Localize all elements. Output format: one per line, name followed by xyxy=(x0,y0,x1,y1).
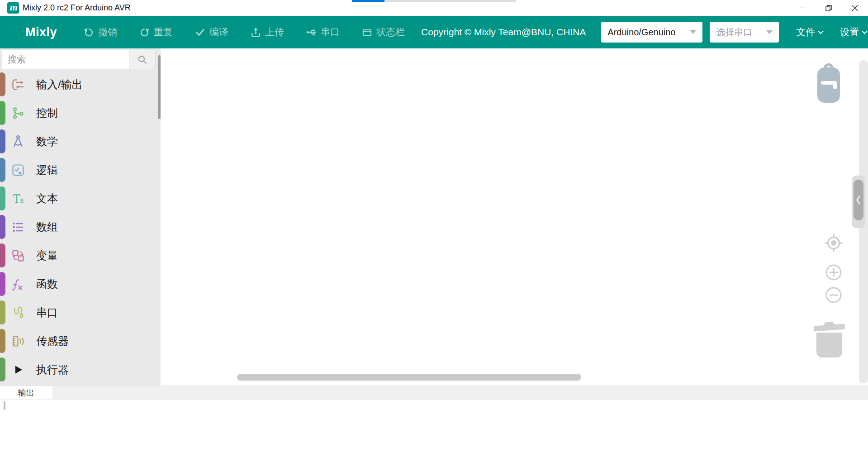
sidebar-item-math[interactable]: 数学 xyxy=(0,127,161,156)
category-label: 串口 xyxy=(36,305,58,320)
close-button[interactable] xyxy=(842,0,868,16)
category-label: 逻辑 xyxy=(36,163,58,177)
category-label: 函数 xyxy=(36,277,58,291)
loading-progress xyxy=(352,0,516,2)
zoom-to-center-button[interactable] xyxy=(824,233,844,253)
sidebar-item-io[interactable]: 输入/输出 xyxy=(0,70,161,99)
zoom-in-icon xyxy=(824,262,844,282)
window-titlebar: m Mixly 2.0 rc2 For Arduino AVR xyxy=(0,0,868,16)
mixly-logo-icon: m xyxy=(7,2,19,14)
copyright-text: Copyright © Mixly Team@BNU, CHINA xyxy=(421,27,586,38)
settings-menu[interactable]: 设置 xyxy=(840,26,868,38)
sidebar-item-control[interactable]: 控制 xyxy=(0,99,161,127)
category-label: 传感器 xyxy=(36,334,69,348)
category-color-bar xyxy=(0,215,5,239)
sidebar-item-variable[interactable]: 变量 xyxy=(0,241,161,270)
category-list: 输入/输出 控制 数学 xyxy=(0,70,161,384)
block-search xyxy=(2,50,156,69)
close-icon xyxy=(852,5,858,11)
toolbar-menu: 撤销 重复 编译 上传 串口 状态栏 xyxy=(83,26,405,38)
category-color-bar xyxy=(0,129,5,153)
zoom-in-button[interactable] xyxy=(824,262,844,282)
zoom-out-button[interactable] xyxy=(824,285,844,305)
upload-icon xyxy=(250,27,261,38)
category-color-bar xyxy=(0,300,5,324)
serial-icon xyxy=(11,305,25,320)
upload-button[interactable]: 上传 xyxy=(250,26,284,38)
tab-output[interactable]: 输出 xyxy=(0,386,52,400)
minimize-button[interactable] xyxy=(789,0,816,16)
board-select[interactable]: Arduino/Genuino xyxy=(601,22,702,43)
undo-icon xyxy=(83,27,95,38)
block-category-sidebar: 输入/输出 控制 数学 xyxy=(0,48,161,386)
serial-monitor-icon xyxy=(306,27,317,38)
control-icon xyxy=(11,106,25,120)
sidebar-item-serial[interactable]: 串口 xyxy=(0,298,161,327)
sidebar-item-sensor[interactable]: 传感器 xyxy=(0,327,161,355)
block-search-input[interactable] xyxy=(2,50,129,69)
category-label: 执行器 xyxy=(36,362,69,377)
category-color-bar xyxy=(0,101,5,125)
category-label: 控制 xyxy=(36,106,58,120)
text-cursor xyxy=(4,401,5,410)
statusbar-button[interactable]: 状态栏 xyxy=(361,26,405,38)
category-color-bar xyxy=(0,357,5,381)
collapse-chevron-icon xyxy=(856,195,861,205)
undo-button[interactable]: 撤销 xyxy=(83,26,117,38)
category-label: 数学 xyxy=(36,134,58,149)
function-icon xyxy=(11,277,25,291)
backpack-icon[interactable] xyxy=(814,62,843,104)
sensor-icon xyxy=(11,334,25,348)
io-icon xyxy=(11,77,25,92)
caret-down-icon xyxy=(690,30,696,34)
category-color-bar xyxy=(0,158,5,182)
loading-progress-fill xyxy=(352,0,384,2)
redo-icon xyxy=(139,27,150,38)
chevron-down-icon xyxy=(862,30,868,34)
sidebar-item-text[interactable]: 文本 xyxy=(0,184,161,213)
array-icon xyxy=(11,220,25,234)
actuator-icon xyxy=(11,362,25,377)
main-toolbar: Mixly 撤销 重复 编译 上传 串口 xyxy=(0,16,868,48)
text-icon xyxy=(11,191,25,206)
sidebar-item-actuator[interactable]: 执行器 xyxy=(0,355,161,384)
category-color-bar xyxy=(0,329,5,353)
trash-icon[interactable] xyxy=(812,320,847,360)
sidebar-item-logic[interactable]: 逻辑 xyxy=(0,156,161,184)
port-select[interactable]: 选择串口 xyxy=(710,22,779,43)
zoom-to-center-icon xyxy=(824,233,844,253)
chevron-down-icon xyxy=(818,30,824,34)
search-icon xyxy=(137,54,148,66)
code-panel-handle[interactable] xyxy=(852,176,865,228)
zoom-out-icon xyxy=(824,285,844,305)
restore-button[interactable] xyxy=(816,0,842,16)
category-color-bar xyxy=(0,272,5,296)
window-title: Mixly 2.0 rc2 For Arduino AVR xyxy=(23,3,131,13)
search-button[interactable] xyxy=(129,50,156,69)
compile-icon xyxy=(194,27,206,38)
file-menu[interactable]: 文件 xyxy=(796,26,824,38)
mixly-app-window: m Mixly 2.0 rc2 For Arduino AVR Mix xyxy=(0,0,868,467)
blockly-workspace[interactable] xyxy=(161,48,868,386)
math-icon xyxy=(11,134,25,149)
restore-icon xyxy=(825,5,832,12)
category-label: 输入/输出 xyxy=(36,77,83,92)
caret-down-icon xyxy=(766,30,773,34)
redo-button[interactable]: 重复 xyxy=(139,26,173,38)
serial-monitor-button[interactable]: 串口 xyxy=(306,26,340,38)
category-color-bar xyxy=(0,72,5,96)
category-color-bar xyxy=(0,186,5,210)
brand-logo: Mixly xyxy=(25,25,57,39)
statusbar-icon xyxy=(361,27,373,38)
window-controls xyxy=(789,0,868,16)
output-tabbar: 输出 xyxy=(0,386,868,399)
category-label: 变量 xyxy=(36,248,58,263)
sidebar-item-function[interactable]: 函数 xyxy=(0,270,161,298)
workspace-horizontal-scrollbar[interactable] xyxy=(237,374,581,381)
sidebar-item-array[interactable]: 数组 xyxy=(0,213,161,241)
minimize-icon xyxy=(799,8,806,8)
output-console xyxy=(0,399,868,467)
category-label: 数组 xyxy=(36,220,58,234)
compile-button[interactable]: 编译 xyxy=(194,26,228,38)
logic-icon xyxy=(11,163,25,177)
